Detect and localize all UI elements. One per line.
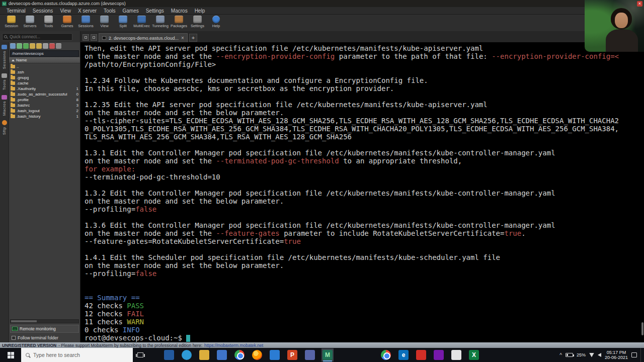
file-row[interactable]: .Xauthority1 bbox=[9, 86, 80, 92]
task-view-button[interactable] bbox=[133, 348, 148, 362]
file-row[interactable]: .. bbox=[9, 64, 80, 69]
file-explorer-icon[interactable] bbox=[198, 348, 210, 361]
teams-app-icon[interactable] bbox=[304, 348, 316, 361]
detach-tab-icon[interactable] bbox=[91, 34, 97, 41]
file-name: .cache bbox=[17, 81, 29, 85]
onenote-app-icon[interactable] bbox=[433, 348, 445, 361]
firefox-icon[interactable] bbox=[251, 348, 263, 361]
toggle-sidebar-icon[interactable] bbox=[83, 34, 89, 41]
mobatek-link[interactable]: https://mobaxterm.mobatek.net bbox=[204, 343, 263, 348]
menu-help[interactable]: Help bbox=[191, 8, 209, 14]
toolbar-session[interactable]: Session bbox=[2, 16, 21, 28]
remote-monitoring-button[interactable]: Remote monitoring bbox=[10, 325, 79, 333]
toolbar-multiexec[interactable]: MultiExec bbox=[132, 16, 151, 28]
taskbar-search[interactable]: Type here to search bbox=[21, 348, 133, 362]
toolbar-split[interactable]: Split bbox=[114, 16, 132, 28]
vscode-app-icon[interactable] bbox=[269, 348, 281, 361]
terminal[interactable]: Then, edit the API server pod specificat… bbox=[80, 42, 644, 342]
side-tab-macros[interactable]: Macros bbox=[2, 95, 7, 116]
sftp-home-icon[interactable] bbox=[30, 43, 35, 49]
file-row[interactable]: .profile8 bbox=[9, 97, 80, 103]
chrome-icon-2[interactable] bbox=[380, 348, 392, 361]
tray-expand-icon[interactable]: ^ bbox=[559, 352, 562, 358]
powerpoint-app-icon[interactable]: P bbox=[286, 348, 298, 361]
sftp-new-folder-icon[interactable] bbox=[43, 43, 48, 49]
mobaxterm-app-icon[interactable]: M bbox=[321, 348, 334, 361]
servers-icon bbox=[26, 16, 34, 23]
sftp-settings-icon[interactable] bbox=[56, 43, 61, 49]
start-button[interactable] bbox=[0, 348, 21, 362]
windows-taskbar: Type here to search PM eX ^ 25% 05:17 PM… bbox=[0, 348, 644, 362]
edge-app-icon[interactable]: e bbox=[397, 348, 410, 361]
file-row[interactable]: .sudo_as_admin_successful0 bbox=[9, 92, 80, 97]
menu-tools[interactable]: Tools bbox=[100, 8, 119, 14]
side-tab-sessions[interactable]: Sessions bbox=[2, 45, 7, 69]
sftp-refresh-icon[interactable] bbox=[23, 43, 29, 49]
terminal-line: --profiling=false bbox=[85, 205, 644, 213]
battery-icon[interactable] bbox=[566, 353, 573, 357]
sftp-download-icon[interactable] bbox=[10, 43, 16, 49]
excel-app-icon[interactable]: X bbox=[468, 348, 480, 361]
mail-app-icon[interactable] bbox=[163, 348, 175, 361]
toolbar-tunneling[interactable]: Tunneling bbox=[151, 16, 170, 28]
show-desktop-button[interactable] bbox=[640, 348, 642, 362]
menu-settings[interactable]: Settings bbox=[142, 8, 168, 14]
side-tab-sftp[interactable]: Sftp bbox=[2, 120, 7, 135]
menu-macros[interactable]: Macros bbox=[168, 8, 191, 14]
notepad-app-icon[interactable] bbox=[450, 348, 462, 361]
terminal-cursor bbox=[186, 335, 190, 342]
file-row[interactable]: .bash_logout2 bbox=[9, 108, 80, 114]
mobaxterm-window: M devsecops-demo.eastus.cloudapp.azure.c… bbox=[0, 0, 644, 362]
toolbar-help[interactable]: Help bbox=[207, 16, 225, 28]
toolbar-view[interactable]: View bbox=[95, 16, 114, 28]
toolbar-packages[interactable]: Packages bbox=[170, 16, 188, 28]
file-name: .bashrc bbox=[17, 103, 30, 108]
menu-x-server[interactable]: X server bbox=[74, 8, 100, 14]
terminal-line: on the master node and set the --termina… bbox=[85, 157, 644, 165]
terminal-line: on the master node and set the below par… bbox=[85, 197, 644, 205]
menu-view[interactable]: View bbox=[56, 8, 74, 14]
onenote-app-icon-glyph bbox=[434, 350, 444, 360]
sftp-up-dir-icon[interactable] bbox=[36, 43, 42, 49]
chrome-icon[interactable] bbox=[233, 348, 246, 361]
checkbox-icon[interactable] bbox=[12, 336, 16, 340]
toolbar-sessions[interactable]: Sessions bbox=[76, 16, 95, 28]
file-row[interactable]: .gnupg bbox=[9, 75, 80, 80]
close-icon[interactable]: × bbox=[637, 1, 642, 7]
quick-connect-input[interactable] bbox=[2, 33, 72, 41]
file-row[interactable]: .cache bbox=[9, 80, 80, 86]
network-icon[interactable] bbox=[589, 353, 594, 357]
side-tab-tools[interactable]: Tools bbox=[2, 73, 7, 90]
store-app-icon[interactable] bbox=[216, 348, 228, 361]
toolbar-tools[interactable]: Tools bbox=[39, 16, 58, 28]
file-row[interactable]: .bashrc3 bbox=[9, 103, 80, 108]
sftp-delete-icon[interactable] bbox=[49, 43, 55, 49]
menu-terminal[interactable]: Terminal bbox=[3, 8, 29, 14]
volume-icon[interactable] bbox=[598, 353, 601, 357]
terminal-scrollbar-thumb[interactable] bbox=[641, 322, 643, 335]
terminal-line: 1.3.6 Edit the Controller Manager pod sp… bbox=[85, 221, 644, 229]
action-center-icon[interactable] bbox=[631, 352, 637, 357]
adobe-app-icon[interactable] bbox=[415, 348, 427, 361]
file-column-header[interactable]: Name bbox=[9, 57, 80, 63]
file-list-hscrollbar[interactable] bbox=[10, 319, 79, 323]
menu-sessions[interactable]: Sessions bbox=[29, 8, 57, 14]
toolbar-settings[interactable]: Settings bbox=[188, 16, 207, 28]
file-row[interactable]: .ssh bbox=[9, 69, 80, 75]
new-tab-button[interactable]: + bbox=[189, 34, 197, 42]
hscrollbar-thumb[interactable] bbox=[11, 320, 37, 322]
status-text: - Please support MobaXterm by subscribin… bbox=[58, 343, 202, 348]
tab-close-icon[interactable]: × bbox=[181, 36, 184, 41]
sftp-upload-icon[interactable] bbox=[17, 43, 22, 49]
skype-app-icon[interactable] bbox=[181, 348, 193, 361]
unregistered-label: UNREGISTERED VERSION bbox=[2, 343, 56, 348]
toolbar-games[interactable]: Games bbox=[58, 16, 76, 28]
follow-terminal-folder-checkbox[interactable]: Follow terminal folder bbox=[10, 334, 79, 341]
file-row[interactable]: .bash_history1 bbox=[9, 114, 80, 119]
terminal-tab-active[interactable]: 2. devsecops-demo.eastus.cloud... × bbox=[99, 33, 188, 42]
sftp-path-field[interactable]: /home/devsecops bbox=[10, 50, 79, 57]
menu-games[interactable]: Games bbox=[119, 8, 142, 14]
taskbar-clock[interactable]: 05:17 PM 20-06-2021 bbox=[605, 350, 628, 360]
terminal-line: Then, edit the API server pod specificat… bbox=[85, 44, 644, 52]
toolbar-servers[interactable]: Servers bbox=[21, 16, 39, 28]
